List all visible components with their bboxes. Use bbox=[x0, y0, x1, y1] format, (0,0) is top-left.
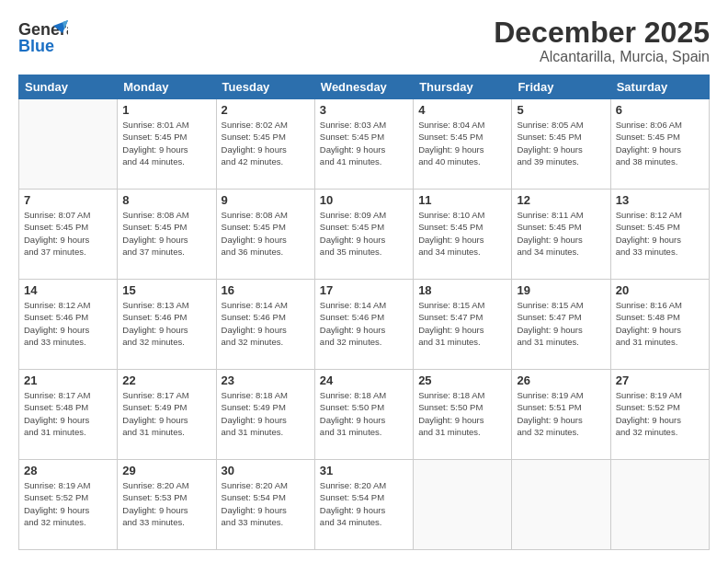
day-cell: 2Sunrise: 8:02 AM Sunset: 5:45 PM Daylig… bbox=[216, 99, 314, 190]
day-cell: 16Sunrise: 8:14 AM Sunset: 5:46 PM Dayli… bbox=[216, 280, 314, 370]
day-cell: 1Sunrise: 8:01 AM Sunset: 5:45 PM Daylig… bbox=[118, 99, 216, 190]
day-info: Sunrise: 8:20 AM Sunset: 5:54 PM Dayligh… bbox=[320, 479, 408, 528]
day-header-tuesday: Tuesday bbox=[216, 75, 314, 99]
day-number: 21 bbox=[24, 373, 112, 387]
day-cell: 6Sunrise: 8:06 AM Sunset: 5:45 PM Daylig… bbox=[610, 99, 709, 190]
day-info: Sunrise: 8:06 AM Sunset: 5:45 PM Dayligh… bbox=[616, 119, 704, 167]
day-info: Sunrise: 8:18 AM Sunset: 5:50 PM Dayligh… bbox=[320, 389, 408, 438]
day-info: Sunrise: 8:17 AM Sunset: 5:49 PM Dayligh… bbox=[122, 389, 210, 438]
day-cell: 7Sunrise: 8:07 AM Sunset: 5:45 PM Daylig… bbox=[19, 190, 118, 280]
day-number: 14 bbox=[24, 283, 112, 297]
day-number: 25 bbox=[418, 373, 506, 387]
day-cell: 4Sunrise: 8:04 AM Sunset: 5:45 PM Daylig… bbox=[414, 99, 512, 190]
day-cell: 19Sunrise: 8:15 AM Sunset: 5:47 PM Dayli… bbox=[512, 280, 610, 370]
day-number: 27 bbox=[616, 373, 704, 387]
title-section: December 2025 Alcantarilla, Murcia, Spai… bbox=[494, 17, 710, 65]
day-cell: 23Sunrise: 8:18 AM Sunset: 5:49 PM Dayli… bbox=[216, 370, 314, 460]
week-row-1: 7Sunrise: 8:07 AM Sunset: 5:45 PM Daylig… bbox=[19, 190, 710, 280]
day-number: 9 bbox=[222, 193, 310, 207]
day-header-thursday: Thursday bbox=[414, 75, 512, 99]
day-cell: 8Sunrise: 8:08 AM Sunset: 5:45 PM Daylig… bbox=[118, 190, 216, 280]
location-title: Alcantarilla, Murcia, Spain bbox=[494, 49, 710, 65]
day-cell: 21Sunrise: 8:17 AM Sunset: 5:48 PM Dayli… bbox=[19, 370, 118, 460]
day-info: Sunrise: 8:12 AM Sunset: 5:46 PM Dayligh… bbox=[24, 299, 112, 348]
day-number: 28 bbox=[24, 464, 112, 477]
day-info: Sunrise: 8:01 AM Sunset: 5:45 PM Dayligh… bbox=[122, 119, 210, 167]
calendar-table: SundayMondayTuesdayWednesdayThursdayFrid… bbox=[18, 75, 710, 550]
day-info: Sunrise: 8:16 AM Sunset: 5:48 PM Dayligh… bbox=[616, 299, 704, 348]
day-info: Sunrise: 8:09 AM Sunset: 5:45 PM Dayligh… bbox=[320, 209, 408, 258]
day-number: 1 bbox=[122, 103, 210, 117]
day-info: Sunrise: 8:17 AM Sunset: 5:48 PM Dayligh… bbox=[24, 389, 112, 438]
day-info: Sunrise: 8:10 AM Sunset: 5:45 PM Dayligh… bbox=[418, 209, 506, 258]
svg-text:Blue: Blue bbox=[18, 37, 54, 55]
day-cell: 31Sunrise: 8:20 AM Sunset: 5:54 PM Dayli… bbox=[314, 460, 413, 550]
day-cell: 22Sunrise: 8:17 AM Sunset: 5:49 PM Dayli… bbox=[118, 370, 216, 460]
day-info: Sunrise: 8:11 AM Sunset: 5:45 PM Dayligh… bbox=[517, 209, 605, 258]
day-number: 13 bbox=[616, 193, 704, 207]
day-info: Sunrise: 8:15 AM Sunset: 5:47 PM Dayligh… bbox=[418, 299, 506, 348]
day-info: Sunrise: 8:20 AM Sunset: 5:54 PM Dayligh… bbox=[222, 479, 310, 528]
header: General Blue December 2025 Alcantarilla,… bbox=[18, 17, 710, 65]
day-header-monday: Monday bbox=[118, 75, 216, 99]
day-info: Sunrise: 8:18 AM Sunset: 5:50 PM Dayligh… bbox=[418, 389, 506, 438]
day-info: Sunrise: 8:04 AM Sunset: 5:45 PM Dayligh… bbox=[418, 119, 506, 167]
day-cell bbox=[512, 460, 610, 550]
day-cell: 15Sunrise: 8:13 AM Sunset: 5:46 PM Dayli… bbox=[118, 280, 216, 370]
week-row-0: 1Sunrise: 8:01 AM Sunset: 5:45 PM Daylig… bbox=[19, 99, 710, 190]
day-cell: 3Sunrise: 8:03 AM Sunset: 5:45 PM Daylig… bbox=[314, 99, 413, 190]
day-number: 26 bbox=[517, 373, 605, 387]
day-cell: 12Sunrise: 8:11 AM Sunset: 5:45 PM Dayli… bbox=[512, 190, 610, 280]
day-cell: 10Sunrise: 8:09 AM Sunset: 5:45 PM Dayli… bbox=[314, 190, 413, 280]
day-header-wednesday: Wednesday bbox=[314, 75, 413, 99]
day-number: 3 bbox=[320, 103, 408, 117]
day-info: Sunrise: 8:19 AM Sunset: 5:52 PM Dayligh… bbox=[24, 479, 112, 528]
day-cell: 28Sunrise: 8:19 AM Sunset: 5:52 PM Dayli… bbox=[19, 460, 118, 550]
day-info: Sunrise: 8:07 AM Sunset: 5:45 PM Dayligh… bbox=[24, 209, 112, 258]
day-cell bbox=[19, 99, 118, 190]
day-number: 18 bbox=[418, 283, 506, 297]
day-cell bbox=[610, 460, 709, 550]
day-cell: 9Sunrise: 8:08 AM Sunset: 5:45 PM Daylig… bbox=[216, 190, 314, 280]
day-cell: 18Sunrise: 8:15 AM Sunset: 5:47 PM Dayli… bbox=[414, 280, 512, 370]
day-number: 16 bbox=[222, 283, 310, 297]
day-info: Sunrise: 8:18 AM Sunset: 5:49 PM Dayligh… bbox=[222, 389, 310, 438]
day-number: 30 bbox=[222, 464, 310, 477]
week-row-4: 28Sunrise: 8:19 AM Sunset: 5:52 PM Dayli… bbox=[19, 460, 710, 550]
day-cell: 11Sunrise: 8:10 AM Sunset: 5:45 PM Dayli… bbox=[414, 190, 512, 280]
day-info: Sunrise: 8:03 AM Sunset: 5:45 PM Dayligh… bbox=[320, 119, 408, 167]
day-number: 20 bbox=[616, 283, 704, 297]
day-header-saturday: Saturday bbox=[610, 75, 709, 99]
day-number: 23 bbox=[222, 373, 310, 387]
day-number: 19 bbox=[517, 283, 605, 297]
day-number: 31 bbox=[320, 464, 408, 477]
day-info: Sunrise: 8:08 AM Sunset: 5:45 PM Dayligh… bbox=[122, 209, 210, 258]
day-info: Sunrise: 8:20 AM Sunset: 5:53 PM Dayligh… bbox=[122, 479, 210, 528]
day-number: 12 bbox=[517, 193, 605, 207]
day-number: 10 bbox=[320, 193, 408, 207]
days-header-row: SundayMondayTuesdayWednesdayThursdayFrid… bbox=[19, 75, 710, 99]
day-cell: 25Sunrise: 8:18 AM Sunset: 5:50 PM Dayli… bbox=[414, 370, 512, 460]
day-info: Sunrise: 8:08 AM Sunset: 5:45 PM Dayligh… bbox=[222, 209, 310, 258]
month-title: December 2025 bbox=[494, 17, 710, 49]
day-info: Sunrise: 8:05 AM Sunset: 5:45 PM Dayligh… bbox=[517, 119, 605, 167]
day-number: 11 bbox=[418, 193, 506, 207]
day-info: Sunrise: 8:15 AM Sunset: 5:47 PM Dayligh… bbox=[517, 299, 605, 348]
calendar-body: 1Sunrise: 8:01 AM Sunset: 5:45 PM Daylig… bbox=[19, 99, 710, 550]
day-info: Sunrise: 8:13 AM Sunset: 5:46 PM Dayligh… bbox=[122, 299, 210, 348]
day-number: 24 bbox=[320, 373, 408, 387]
day-info: Sunrise: 8:14 AM Sunset: 5:46 PM Dayligh… bbox=[222, 299, 310, 348]
logo: General Blue bbox=[18, 17, 68, 61]
day-cell: 14Sunrise: 8:12 AM Sunset: 5:46 PM Dayli… bbox=[19, 280, 118, 370]
day-cell: 27Sunrise: 8:19 AM Sunset: 5:52 PM Dayli… bbox=[610, 370, 709, 460]
day-cell: 30Sunrise: 8:20 AM Sunset: 5:54 PM Dayli… bbox=[216, 460, 314, 550]
week-row-3: 21Sunrise: 8:17 AM Sunset: 5:48 PM Dayli… bbox=[19, 370, 710, 460]
day-number: 15 bbox=[122, 283, 210, 297]
day-number: 5 bbox=[517, 103, 605, 117]
day-cell: 5Sunrise: 8:05 AM Sunset: 5:45 PM Daylig… bbox=[512, 99, 610, 190]
day-number: 7 bbox=[24, 193, 112, 207]
day-number: 8 bbox=[122, 193, 210, 207]
day-header-friday: Friday bbox=[512, 75, 610, 99]
day-cell: 17Sunrise: 8:14 AM Sunset: 5:46 PM Dayli… bbox=[314, 280, 413, 370]
day-header-sunday: Sunday bbox=[19, 75, 118, 99]
